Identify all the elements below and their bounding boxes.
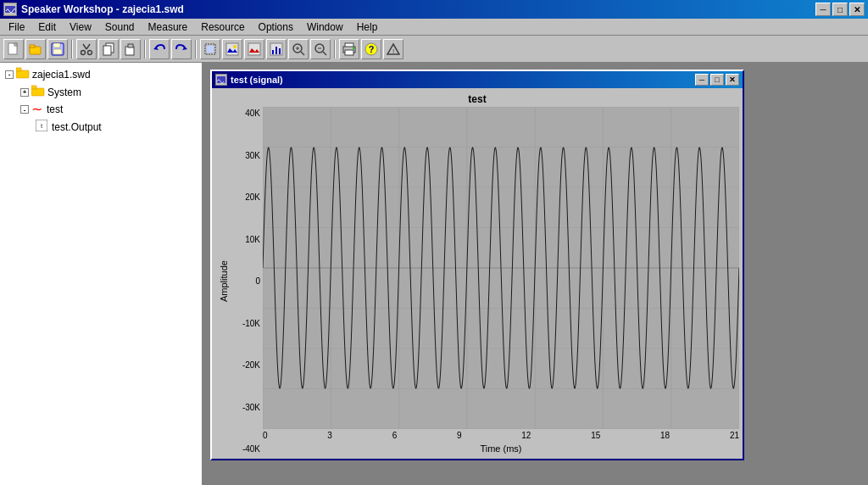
- menu-view[interactable]: View: [64, 20, 97, 34]
- chart-with-axes: 0 3 6 9 12 15 18 21 Time (ms): [263, 107, 739, 455]
- x-tick-21: 21: [730, 431, 739, 440]
- x-tick-3: 3: [327, 431, 332, 440]
- toolbar-sep-3: [195, 40, 197, 59]
- toolbar-sep-4: [334, 40, 336, 59]
- signal-icon-test: ∼: [31, 103, 42, 116]
- y-tick-20k: 20K: [232, 192, 260, 202]
- svg-rect-42: [31, 86, 36, 89]
- toolbar-btn-image2[interactable]: [244, 39, 264, 59]
- toolbar-btn-redo[interactable]: [171, 39, 192, 59]
- svg-rect-17: [207, 46, 214, 53]
- toolbar-btn-info[interactable]: !: [383, 39, 403, 59]
- y-tick-labels: 40K 30K 20K 10K 0 -10K -20K -30K -40K: [232, 107, 263, 455]
- toolbar-btn-copy[interactable]: [98, 39, 119, 59]
- maximize-button[interactable]: □: [832, 3, 848, 16]
- tree-item-test[interactable]: - ∼ test: [3, 102, 198, 117]
- toolbar-btn-new[interactable]: [3, 39, 24, 59]
- tree-item-root[interactable]: - zajecia1.swd: [3, 66, 198, 82]
- toolbar-btn-undo[interactable]: [149, 39, 170, 59]
- chart-area: Amplitude 40K 30K 20K 10K 0 -10K -20K -3…: [215, 107, 739, 455]
- toolbar-btn-paste[interactable]: [120, 39, 141, 59]
- y-axis-label: Amplitude: [215, 107, 232, 455]
- svg-rect-18: [226, 43, 238, 55]
- y-tick-minus20k: -20K: [232, 360, 260, 370]
- menu-options[interactable]: Options: [253, 20, 298, 34]
- close-button[interactable]: ✕: [849, 3, 865, 16]
- toolbar-btn-chart[interactable]: [266, 39, 287, 59]
- output-icon-test: t: [36, 120, 47, 134]
- signal-maximize-button[interactable]: □: [710, 74, 724, 86]
- svg-rect-35: [353, 47, 354, 49]
- svg-rect-23: [275, 47, 277, 54]
- svg-rect-20: [248, 43, 260, 55]
- x-tick-0: 0: [263, 431, 268, 440]
- y-tick-minus40k: -40K: [232, 444, 260, 454]
- signal-close-button[interactable]: ✕: [726, 74, 739, 86]
- tree-label-system: System: [47, 86, 81, 98]
- toolbar-btn-cut[interactable]: [76, 39, 97, 59]
- signal-minimize-button[interactable]: ─: [695, 74, 709, 86]
- root-folder-icon: [16, 67, 30, 81]
- toolbar-btn-open[interactable]: [25, 39, 46, 59]
- menu-help[interactable]: Help: [352, 20, 383, 34]
- svg-rect-6: [53, 43, 60, 47]
- svg-rect-11: [103, 46, 111, 55]
- svg-marker-15: [182, 47, 187, 50]
- svg-rect-2: [14, 43, 17, 46]
- chart-title: test: [215, 92, 739, 107]
- svg-marker-14: [153, 47, 159, 50]
- tree-toggle-test[interactable]: -: [20, 105, 29, 114]
- svg-line-30: [323, 52, 326, 55]
- y-tick-minus10k: -10K: [232, 319, 260, 328]
- toolbar-btn-save[interactable]: [47, 39, 68, 59]
- toolbar-btn-print[interactable]: [339, 39, 359, 59]
- tree-item-system[interactable]: + System: [3, 84, 198, 100]
- title-bar-buttons: ─ □ ✕: [815, 3, 865, 16]
- x-tick-9: 9: [457, 431, 462, 440]
- chart-container: test Amplitude 40K 30K 20K 10K 0 -10K -2…: [212, 88, 743, 459]
- menu-measure[interactable]: Measure: [143, 20, 193, 34]
- svg-rect-34: [345, 50, 353, 55]
- file-tree: - zajecia1.swd + System: [3, 66, 198, 135]
- title-bar-left: Speaker Workshop - zajecia1.swd: [3, 3, 184, 16]
- signal-window-buttons: ─ □ ✕: [695, 74, 739, 86]
- svg-rect-7: [53, 49, 62, 54]
- toolbar-btn-image1[interactable]: [222, 39, 242, 59]
- y-tick-40k: 40K: [232, 109, 260, 118]
- tree-label-test: test: [47, 103, 63, 115]
- svg-rect-13: [128, 44, 133, 47]
- svg-rect-39: [16, 70, 29, 78]
- svg-point-8: [81, 50, 86, 54]
- menu-resource[interactable]: Resource: [196, 20, 249, 34]
- right-panel: test (signal) ─ □ ✕ test Amplitude 40K: [203, 63, 868, 485]
- title-bar: Speaker Workshop - zajecia1.swd ─ □ ✕: [0, 0, 868, 19]
- folder-icon-system: [31, 85, 45, 99]
- main-content: - zajecia1.swd + System: [0, 63, 868, 485]
- menu-file[interactable]: File: [3, 20, 30, 34]
- y-tick-minus30k: -30K: [232, 403, 260, 412]
- signal-title-left: test (signal): [215, 74, 283, 86]
- signal-window-title: test (signal): [231, 75, 283, 85]
- menu-sound[interactable]: Sound: [100, 20, 140, 34]
- signal-window: test (signal) ─ □ ✕ test Amplitude 40K: [210, 70, 744, 460]
- toolbar-btn-zoom-in[interactable]: [288, 39, 309, 59]
- toolbar: ? !: [0, 36, 868, 63]
- minimize-button[interactable]: ─: [815, 3, 831, 16]
- tree-item-test-output[interactable]: t test.Output: [3, 119, 198, 135]
- svg-line-26: [301, 52, 304, 55]
- toolbar-btn-help[interactable]: ?: [361, 39, 381, 59]
- tree-toggle-root[interactable]: -: [5, 70, 14, 79]
- toolbar-btn-select[interactable]: [200, 39, 220, 59]
- app-icon: [3, 3, 17, 16]
- menu-bar: File Edit View Sound Measure Resource Op…: [0, 19, 868, 36]
- tree-toggle-system[interactable]: +: [20, 88, 29, 97]
- signal-window-icon: [215, 74, 227, 86]
- menu-window[interactable]: Window: [302, 20, 348, 34]
- toolbar-btn-zoom-out[interactable]: [310, 39, 331, 59]
- toolbar-sep-2: [144, 40, 146, 59]
- toolbar-sep-1: [71, 40, 73, 59]
- svg-point-19: [233, 45, 236, 48]
- menu-edit[interactable]: Edit: [33, 20, 61, 34]
- svg-rect-40: [16, 68, 21, 71]
- y-tick-10k: 10K: [232, 235, 260, 244]
